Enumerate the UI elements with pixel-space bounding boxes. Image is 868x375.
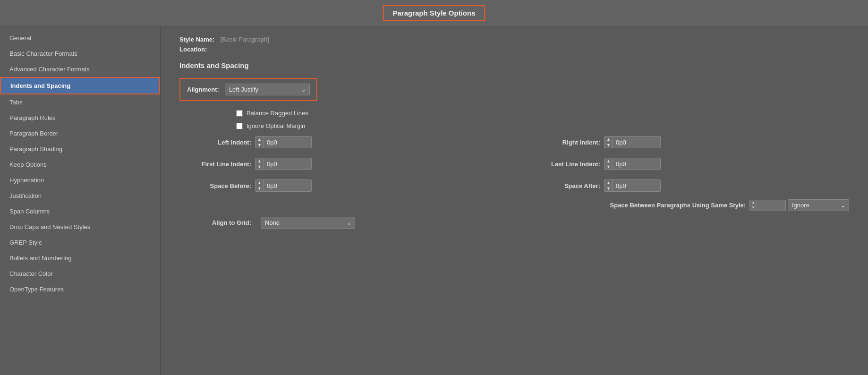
alignment-row: Alignment: Left JustifyCenterRight Justi…	[179, 78, 317, 101]
space-between-input[interactable]	[757, 201, 785, 210]
space-between-stepper[interactable]: ▲ ▼	[749, 200, 786, 211]
field-input-wrapper[interactable]: ▲▼	[255, 158, 312, 170]
field-value-input[interactable]	[613, 137, 660, 147]
field-stepper-down[interactable]: ▼	[604, 164, 613, 170]
field-stepper-group: ▲▼	[255, 158, 264, 170]
space-between-select[interactable]: IgnoreIncludeExclude	[788, 199, 849, 211]
space-between-row: Space Between Paragraphs Using Same Styl…	[179, 199, 849, 211]
align-grid-select-wrapper[interactable]: NoneAll LinesFirst Line	[261, 217, 355, 229]
sidebar-item-justification[interactable]: Justification	[0, 188, 160, 204]
style-name-value: [Basic Paragraph]	[220, 36, 269, 43]
sidebar-item-opentype-features[interactable]: OpenType Features	[0, 281, 160, 297]
space-between-select-wrapper[interactable]: IgnoreIncludeExclude	[788, 199, 849, 211]
field-stepper-up[interactable]: ▲	[604, 136, 613, 142]
field-value-input[interactable]	[613, 159, 660, 169]
field-row-leftindent: Left Indent:▲▼	[179, 136, 500, 148]
field-stepper-down[interactable]: ▼	[255, 186, 264, 191]
sidebar-item-basic-character-formats[interactable]: Basic Character Formats	[0, 46, 160, 61]
align-grid-select[interactable]: NoneAll LinesFirst Line	[261, 217, 355, 229]
sidebar-item-general[interactable]: General	[0, 30, 160, 46]
fields-section: Left Indent:▲▼Right Indent:▲▼First Line …	[179, 136, 849, 199]
space-between-arrows: ▲ ▼	[750, 200, 757, 211]
title-bar: Paragraph Style Options	[0, 0, 868, 26]
field-stepper-group: ▲▼	[255, 136, 264, 148]
field-row-spacebefore: Space Before:▲▼	[179, 179, 500, 192]
field-input-wrapper[interactable]: ▲▼	[604, 158, 661, 170]
field-stepper-up[interactable]: ▲	[255, 158, 264, 164]
ignore-optical-label: Ignore Optical Margin	[247, 122, 305, 129]
field-pair-row: First Line Indent:▲▼Last Line Indent:▲▼	[179, 158, 849, 176]
dialog-title: Paragraph Style Options	[383, 5, 485, 21]
field-value-input[interactable]	[264, 159, 311, 169]
field-label: Space After:	[528, 182, 604, 189]
field-stepper-up[interactable]: ▲	[604, 158, 613, 164]
main-layout: GeneralBasic Character FormatsAdvanced C…	[0, 26, 868, 375]
field-stepper-down[interactable]: ▼	[604, 142, 613, 148]
sidebar-item-span-columns[interactable]: Span Columns	[0, 204, 160, 219]
sidebar: GeneralBasic Character FormatsAdvanced C…	[0, 26, 161, 375]
field-label: Space Before:	[179, 182, 255, 189]
field-input-wrapper[interactable]: ▲▼	[255, 136, 312, 148]
alignment-select[interactable]: Left JustifyCenterRight JustifyJustifyFo…	[225, 84, 310, 95]
field-stepper-up[interactable]: ▲	[255, 136, 264, 142]
sidebar-item-drop-caps-and-nested-styles[interactable]: Drop Caps and Nested Styles	[0, 219, 160, 235]
field-value-input[interactable]	[264, 181, 311, 191]
sidebar-item-keep-options[interactable]: Keep Options	[0, 157, 160, 172]
sidebar-item-paragraph-border[interactable]: Paragraph Border	[0, 126, 160, 141]
align-grid-label: Align to Grid:	[179, 219, 255, 226]
section-title: Indents and Spacing	[179, 61, 849, 69]
field-label: First Line Indent:	[179, 161, 255, 168]
sidebar-item-character-color[interactable]: Character Color	[0, 266, 160, 281]
balance-ragged-row: Balance Ragged Lines	[179, 110, 849, 117]
field-stepper-down[interactable]: ▼	[255, 164, 264, 170]
balance-ragged-label: Balance Ragged Lines	[247, 110, 308, 117]
space-between-controls: ▲ ▼ IgnoreIncludeExclude	[749, 199, 849, 211]
field-value-input[interactable]	[264, 137, 311, 147]
sidebar-item-tabs[interactable]: Tabs	[0, 94, 160, 110]
field-stepper-up[interactable]: ▲	[604, 180, 613, 186]
field-row-lastlineindent: Last Line Indent:▲▼	[528, 158, 849, 170]
sidebar-item-hyphenation[interactable]: Hyphenation	[0, 172, 160, 188]
alignment-select-wrapper[interactable]: Left JustifyCenterRight JustifyJustifyFo…	[225, 84, 310, 95]
field-row-firstlineindent: First Line Indent:▲▼	[179, 158, 500, 170]
field-row-spaceafter: Space After:▲▼	[528, 179, 849, 192]
location-label: Location:	[179, 46, 207, 53]
style-name-row: Style Name: [Basic Paragraph]	[179, 36, 849, 43]
field-row-rightindent: Right Indent:▲▼	[528, 136, 849, 148]
field-pair-row: Space Before:▲▼Space After:▲▼	[179, 179, 849, 197]
ignore-optical-row: Ignore Optical Margin	[179, 122, 849, 129]
align-to-grid-row: Align to Grid: NoneAll LinesFirst Line	[179, 217, 849, 229]
field-stepper-down[interactable]: ▼	[604, 186, 613, 191]
location-row: Location:	[179, 46, 849, 53]
field-label: Right Indent:	[528, 139, 604, 146]
style-name-label: Style Name:	[179, 36, 214, 43]
sidebar-item-paragraph-shading[interactable]: Paragraph Shading	[0, 141, 160, 157]
field-stepper-down[interactable]: ▼	[255, 142, 264, 148]
field-label: Left Indent:	[179, 139, 255, 146]
space-between-label: Space Between Paragraphs Using Same Styl…	[610, 202, 746, 209]
field-input-wrapper[interactable]: ▲▼	[255, 179, 312, 192]
field-stepper-group: ▲▼	[604, 158, 613, 170]
sidebar-item-indents-and-spacing[interactable]: Indents and Spacing	[0, 77, 160, 94]
field-input-wrapper[interactable]: ▲▼	[604, 179, 661, 192]
field-input-wrapper[interactable]: ▲▼	[604, 136, 661, 148]
balance-ragged-checkbox[interactable]	[236, 110, 243, 117]
sidebar-item-bullets-and-numbering[interactable]: Bullets and Numbering	[0, 250, 160, 266]
sidebar-item-grep-style[interactable]: GREP Style	[0, 235, 160, 250]
field-stepper-up[interactable]: ▲	[255, 180, 264, 186]
space-between-up[interactable]: ▲	[750, 200, 757, 205]
space-between-down[interactable]: ▼	[750, 205, 757, 211]
field-label: Last Line Indent:	[528, 161, 604, 168]
sidebar-item-paragraph-rules[interactable]: Paragraph Rules	[0, 110, 160, 126]
field-stepper-group: ▲▼	[604, 180, 613, 191]
field-pair-row: Left Indent:▲▼Right Indent:▲▼	[179, 136, 849, 154]
alignment-label: Alignment:	[187, 86, 219, 93]
content-area: Style Name: [Basic Paragraph] Location: …	[161, 26, 868, 375]
field-stepper-group: ▲▼	[604, 136, 613, 148]
ignore-optical-checkbox[interactable]	[236, 123, 243, 129]
field-stepper-group: ▲▼	[255, 180, 264, 191]
sidebar-item-advanced-character-formats[interactable]: Advanced Character Formats	[0, 61, 160, 77]
field-value-input[interactable]	[613, 181, 660, 191]
